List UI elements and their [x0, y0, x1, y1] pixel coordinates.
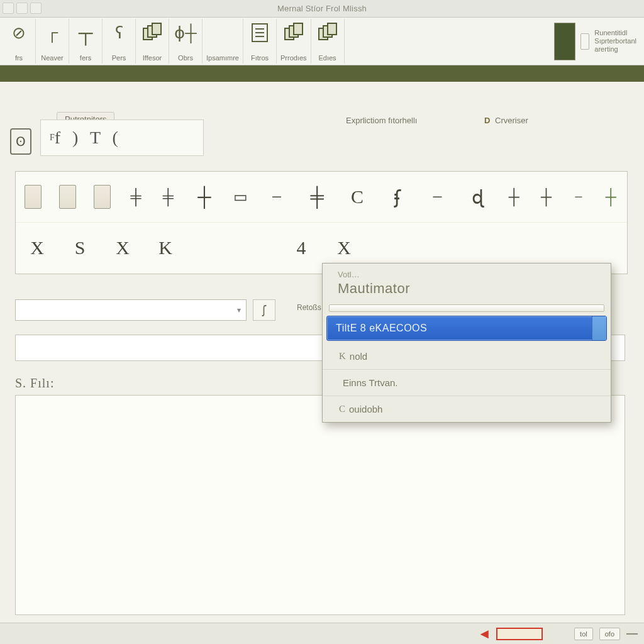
ribbon-group-edes[interactable]: Edıes	[311, 19, 345, 64]
gallery-symbol[interactable]: ╪	[161, 182, 175, 212]
ribbon-group-ftros[interactable]: Fıtros	[243, 19, 277, 64]
ribbon-ipsam-label: Ipsamımre	[206, 54, 239, 62]
gallery-symbol[interactable]: X	[25, 233, 50, 263]
status-chip[interactable]: tol	[574, 628, 593, 640]
ribbon-ftros-icon	[247, 20, 272, 45]
formula-sup: F	[50, 133, 55, 143]
gallery-row-1: ╪ ╪ ┼ ▭ − ╪ C ʄ − ɖ ┼ ┼ − ┼	[16, 172, 627, 222]
link-expression-label: Exprlictiom fıtorhellı	[346, 116, 417, 125]
arrow-left-icon: ◄	[477, 626, 491, 642]
selector-extra-glyph: ʃ	[262, 303, 266, 317]
ribbon-fers-icon: ┬	[73, 20, 98, 45]
gallery-symbol[interactable]: ʄ	[386, 182, 409, 212]
status-bar: ◄ tol ofo	[0, 623, 644, 644]
gallery-symbol[interactable]: 4	[289, 233, 314, 263]
gallery-symbol[interactable]: ┼	[193, 182, 216, 212]
gallery-symbol[interactable]: −	[426, 182, 449, 212]
status-separator	[626, 633, 638, 635]
symbol-gallery: ╪ ╪ ┼ ▭ − ╪ C ʄ − ɖ ┼ ┼ − ┼ X S X K	[15, 171, 628, 274]
gallery-symbol[interactable]: ┼	[539, 182, 553, 212]
context-menu-item-label: Einns Trtvan.	[343, 377, 398, 388]
context-menu: Votl… Mautimator TiltE 8 eKAECOOS K nold…	[322, 263, 611, 423]
context-menu-item-label: ouidobh	[349, 404, 382, 414]
selector-label: Retoßs	[297, 303, 321, 312]
ribbon-group-neaver[interactable]: ┌ Neaver	[36, 19, 69, 64]
qat-button-3[interactable]	[30, 3, 42, 14]
title-bar: Mernal Stíor Frol Mlissh	[0, 0, 644, 18]
ribbon-tail-text: Runentitidl Sıprterbortanl arerting	[594, 29, 636, 54]
link-overiser-label: Crveriser	[495, 116, 528, 125]
status-chip-label: tol	[580, 630, 587, 638]
ribbon-group-pes[interactable]: ʕ Pers	[103, 19, 136, 64]
gallery-symbol[interactable]: K	[153, 233, 178, 263]
quick-access-toolbar	[3, 3, 42, 14]
qat-button-2[interactable]	[16, 3, 28, 14]
context-menu-title: Mautimator	[338, 280, 599, 297]
ribbon-frs-label: frs	[15, 54, 23, 62]
link-expression[interactable]: Exprlictiom fıtorhellı	[346, 116, 417, 125]
link-overiser[interactable]: D Crveriser	[484, 116, 528, 125]
side-badge[interactable]: ʘ	[10, 128, 31, 155]
gallery-symbol[interactable]: ┼	[507, 182, 521, 212]
ribbon-pes-icon: ʕ	[106, 20, 131, 45]
workspace: Putretniters Exprlictiom fıtorhellı D Cr…	[0, 78, 644, 644]
gallery-symbol[interactable]: −	[571, 182, 586, 212]
status-highlight-box[interactable]	[496, 628, 543, 640]
gallery-symbol[interactable]: S	[67, 233, 92, 263]
ribbon-neaver-icon: ┌	[40, 20, 65, 45]
gallery-symbol[interactable]: ɖ	[467, 182, 489, 212]
context-menu-selected[interactable]: TiltE 8 eKAECOOS	[326, 316, 607, 341]
context-menu-subtitle: Votl…	[338, 270, 599, 279]
ribbon-prrodes-icon	[281, 20, 306, 45]
side-badge-glyph: ʘ	[16, 134, 26, 149]
selector-extra[interactable]: ʃ	[253, 299, 275, 321]
link-overiser-prefix: D	[484, 116, 490, 125]
ribbon: ⊘ frs ┌ Neaver ┬ fers ʕ Pers Iffesor ɸ┼ …	[0, 18, 644, 65]
gallery-symbol[interactable]: X	[331, 233, 357, 263]
ribbon-group-ipsam[interactable]: Ipsamımre	[203, 19, 243, 64]
context-menu-item-key: C	[339, 404, 345, 414]
selector-dropdown[interactable]: ▾	[15, 299, 247, 321]
ribbon-iffesor-icon	[140, 20, 165, 45]
qat-button-1[interactable]	[3, 3, 14, 14]
ribbon-tail-pill[interactable]	[580, 33, 589, 50]
status-chip[interactable]: ofo	[599, 628, 620, 640]
gallery-symbol[interactable]: C	[346, 182, 369, 212]
context-menu-item[interactable]: C ouidobh	[323, 396, 611, 422]
formula-text: f ) T (	[55, 128, 122, 148]
status-chip-label: ofo	[605, 630, 614, 638]
ribbon-edes-icon	[315, 20, 340, 45]
gallery-thumb[interactable]	[59, 185, 76, 209]
ribbon-obrs-icon: ɸ┼	[173, 20, 198, 45]
ribbon-color-swatch[interactable]	[554, 23, 575, 60]
results-label: S. Fılı:	[15, 376, 54, 391]
gallery-symbol[interactable]: ▭	[233, 182, 248, 212]
ribbon-tail: Runentitidl Sıprterbortanl arerting	[549, 19, 641, 64]
context-menu-thinbar	[329, 304, 604, 312]
ribbon-group-prrodes[interactable]: Prrodıes	[277, 19, 311, 64]
ribbon-group-obrs[interactable]: ɸ┼ Obrs	[169, 19, 203, 64]
context-menu-item[interactable]: K nold	[323, 343, 611, 369]
ribbon-neaver-label: Neaver	[41, 54, 63, 62]
gallery-thumb[interactable]	[25, 185, 42, 209]
ribbon-pes-label: Pers	[112, 54, 126, 62]
ribbon-group-fers[interactable]: ┬ fers	[69, 19, 103, 64]
ribbon-frs-icon: ⊘	[6, 20, 31, 45]
gallery-symbol[interactable]: ┼	[604, 182, 618, 212]
gallery-symbol[interactable]: −	[265, 182, 288, 212]
formula-preview[interactable]: F f ) T (	[40, 119, 204, 156]
results-area[interactable]	[15, 395, 625, 615]
context-menu-item-label: nold	[350, 351, 367, 362]
gallery-symbol[interactable]: ╪	[128, 182, 143, 212]
ribbon-group-frs[interactable]: ⊘ frs	[3, 19, 36, 64]
ribbon-fers-label: fers	[80, 54, 91, 62]
window-title: Mernal Stíor Frol Mlissh	[277, 4, 367, 13]
gallery-symbol[interactable]: X	[110, 233, 135, 263]
gallery-thumb[interactable]	[94, 185, 111, 209]
ribbon-edes-label: Edıes	[318, 54, 336, 62]
context-menu-item-key: K	[339, 351, 346, 362]
gallery-symbol[interactable]: ╪	[306, 182, 328, 212]
ribbon-group-iffesor[interactable]: Iffesor	[136, 19, 169, 64]
context-menu-item[interactable]: Einns Trtvan.	[323, 369, 611, 396]
ribbon-ipsam-icon	[210, 20, 235, 45]
